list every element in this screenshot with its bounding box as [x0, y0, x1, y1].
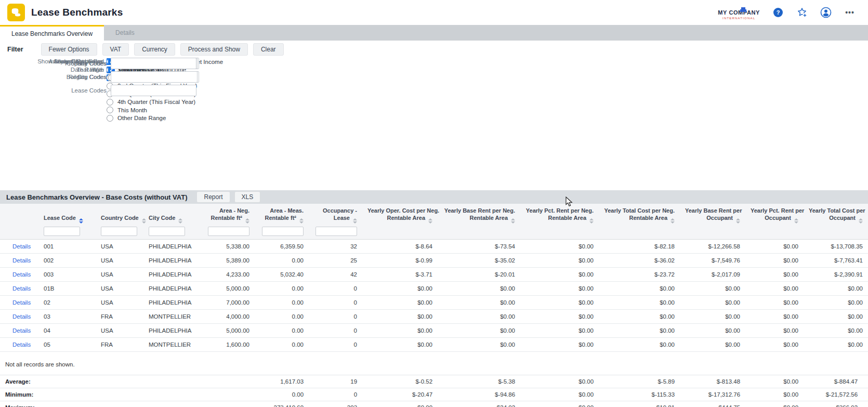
column-filter-area-meas-rentable[interactable] [262, 227, 304, 236]
sort-icon-active[interactable] [79, 218, 83, 224]
tab-details[interactable]: Details [104, 25, 146, 41]
column-header-occupancy-lease[interactable]: Occupancy -Lease [309, 204, 362, 226]
sort-icon[interactable] [511, 218, 515, 224]
column-header-country-code[interactable]: Country Code [94, 204, 141, 226]
sort-desc-arrow [670, 221, 675, 224]
sort-asc-arrow [178, 218, 182, 220]
column-header-lease-code[interactable]: Lease Code [36, 204, 94, 226]
more-options-icon[interactable]: ••• [844, 7, 856, 18]
details-link[interactable]: Details [12, 342, 31, 348]
sort-icon[interactable] [245, 218, 249, 224]
filter-cell-yearly-total-cost-neg [599, 226, 680, 240]
cell-yearly-base-rent-occupant: $0.00 [680, 282, 745, 296]
summary-label: Minimum: [0, 388, 203, 401]
radio-4th-quarter-this-fiscal-year[interactable]: 4th Quarter (This Fiscal Year) [107, 98, 197, 107]
radio-other-date-range[interactable]: Other Date Range [107, 114, 197, 123]
summary-cell-yearly-pct-rent-occupant: $0.00 [745, 388, 804, 401]
summary-label: Average: [0, 375, 203, 388]
column-header-area-meas-rentable[interactable]: Area - Meas.Rentable ft² [255, 204, 309, 226]
radio-icon [107, 115, 113, 122]
sort-icon[interactable] [670, 218, 675, 224]
radio-this-month[interactable]: This Month [107, 106, 197, 114]
cell-area-neg-rentable: 4,000.00 [203, 310, 255, 324]
tab-lease-benchmarks-overview[interactable]: Lease Benchmarks Overview [0, 25, 104, 41]
summary-cell-yearly-oper-cost-neg: $-0.52 [362, 375, 438, 388]
details-link[interactable]: Details [12, 243, 31, 250]
column-filter-lease-code[interactable] [44, 227, 80, 236]
filter-label: Filter [7, 46, 23, 53]
cell-yearly-base-rent-neg: $0.00 [438, 324, 520, 338]
cell-yearly-base-rent-occupant: $0.00 [680, 324, 745, 338]
field-property-codes: Property Codes [0, 58, 196, 69]
cell-yearly-pct-rent-neg: $0.00 [520, 310, 599, 324]
sort-icon[interactable] [428, 218, 432, 224]
help-icon[interactable]: ? [772, 7, 784, 18]
sort-icon[interactable] [859, 218, 863, 224]
filter-button-process-and-show[interactable]: Process and Show [180, 43, 248, 56]
cell-lease-code: 01B [36, 282, 94, 296]
sort-icon[interactable] [794, 218, 798, 224]
column-header-yearly-total-cost-neg[interactable]: Yearly Total Cost per Neg.Rentable Area [599, 204, 680, 226]
cell-area-meas-rentable: 0.00 [255, 324, 309, 338]
sort-icon[interactable] [142, 218, 146, 224]
column-header-yearly-pct-rent-occupant[interactable]: Yearly Pct. Rent perOccupant [745, 204, 804, 226]
column-header-yearly-base-rent-neg[interactable]: Yearly Base Rent per Neg.Rentable Area [438, 204, 520, 226]
sort-icon[interactable] [299, 218, 304, 224]
section-button-xls[interactable]: XLS [234, 191, 261, 203]
summary-row-maximum: Maximum:273,410.60203$0.00$24.02$0.00$19… [0, 401, 868, 407]
column-header-area-neg-rentable[interactable]: Area - Neg.Rentable ft² [203, 204, 255, 226]
details-link[interactable]: Details [12, 285, 31, 292]
filter-button-fewer-options[interactable]: Fewer Options [41, 43, 97, 56]
column-header-yearly-total-cost-occupant[interactable]: Yearly Total Cost perOccupant [804, 204, 868, 226]
column-header-yearly-pct-rent-neg[interactable]: Yearly Pct. Rent per Neg.Rentable Area [520, 204, 599, 226]
sort-icon[interactable] [589, 218, 594, 224]
details-link[interactable]: Details [12, 299, 31, 306]
table-row: Details02USAPHILADELPHIA7,000.000.000$0.… [0, 296, 868, 310]
table-row: Details04USAPHILADELPHIA5,000.000.000$0.… [0, 324, 868, 338]
sort-icon[interactable] [178, 218, 182, 224]
column-header-city-code[interactable]: City Code [141, 204, 203, 226]
column-header-yearly-base-rent-occupant[interactable]: Yearly Base Rent perOccupant [680, 204, 745, 226]
cell-area-neg-rentable: 5,389.00 [203, 254, 255, 268]
svg-text:?: ? [777, 9, 780, 16]
filter-panel: Analyze Costs From✓Recurring Costs✓Sched… [0, 58, 868, 190]
filter-button-clear[interactable]: Clear [253, 43, 284, 56]
summary-cell-area-meas-rentable: 273,410.60 [255, 401, 309, 407]
column-header-yearly-oper-cost-neg[interactable]: Yearly Oper. Cost per Neg.Rentable Area [362, 204, 438, 226]
sort-asc-arrow [794, 218, 798, 220]
table-body: Details001USAPHILADELPHIA5,338.006,359.5… [0, 240, 868, 352]
cell-yearly-pct-rent-neg: $0.00 [520, 282, 599, 296]
column-filter-occupancy-lease[interactable] [315, 227, 357, 236]
column-filter-city-code[interactable] [149, 227, 185, 236]
city-codes-input[interactable] [111, 71, 198, 83]
cell-yearly-pct-rent-occupant: $0.00 [745, 268, 804, 282]
property-codes-input[interactable] [111, 58, 196, 69]
sort-desc-arrow [736, 221, 740, 224]
cell-country-code: USA [94, 268, 141, 282]
details-link[interactable]: Details [12, 271, 31, 278]
user-profile-icon[interactable] [820, 7, 832, 18]
cell-area-meas-rentable: 6,359.50 [255, 240, 309, 254]
cell-yearly-base-rent-neg: $-35.02 [438, 254, 520, 268]
summary-cell-occupancy-lease: 0 [309, 388, 362, 401]
lease-codes-input[interactable] [111, 85, 196, 96]
cell-yearly-base-rent-occupant: $0.00 [680, 338, 745, 352]
sort-asc-arrow [142, 218, 146, 220]
filter-button-currency[interactable]: Currency [134, 43, 175, 56]
filter-button-vat[interactable]: VAT [102, 43, 129, 56]
details-link[interactable]: Details [12, 257, 31, 264]
column-filter-country-code[interactable] [101, 227, 137, 236]
summary-cell-yearly-base-rent-occupant: $-17,312.76 [680, 388, 745, 401]
summary-cell-yearly-pct-rent-neg: $0.00 [520, 401, 599, 407]
star-plus-icon[interactable] [796, 7, 808, 18]
section-button-report[interactable]: Report [196, 191, 230, 203]
tab-bar: Lease Benchmarks OverviewDetails [0, 25, 868, 41]
details-link[interactable]: Details [12, 313, 31, 320]
sort-icon[interactable] [353, 218, 357, 224]
cell-yearly-pct-rent-occupant: $0.00 [745, 240, 804, 254]
cell-area-neg-rentable: 5,338.00 [203, 240, 255, 254]
summary-cell-occupancy-lease: 203 [309, 401, 362, 407]
sort-icon[interactable] [736, 218, 740, 224]
column-filter-area-neg-rentable[interactable] [208, 227, 249, 236]
details-link[interactable]: Details [12, 327, 31, 334]
